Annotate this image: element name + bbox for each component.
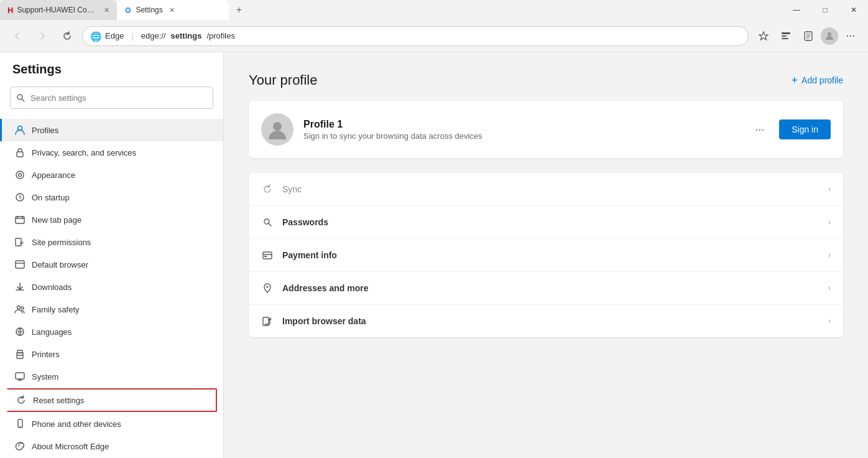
svg-rect-1 <box>782 35 787 37</box>
settings-row-import[interactable]: Import browser data › <box>249 305 843 337</box>
maximize-button[interactable]: □ <box>811 0 839 20</box>
svg-rect-2 <box>782 38 788 39</box>
sidebar-item-site-permissions[interactable]: Site permissions <box>0 231 223 253</box>
add-profile-label: Add profile <box>801 75 843 85</box>
printers-icon <box>14 348 25 360</box>
profile-info: Profile 1 Sign in to sync your browsing … <box>303 119 740 141</box>
settings-row-passwords[interactable]: Passwords › <box>249 206 843 239</box>
system-icon <box>14 371 25 382</box>
sidebar-label-system: System <box>32 372 58 381</box>
svg-rect-18 <box>17 355 23 358</box>
url-bar[interactable]: 🌐 Edge | edge://settings/profiles <box>82 26 749 46</box>
favorites-icon[interactable] <box>754 26 773 46</box>
passwords-label: Passwords <box>282 217 820 227</box>
search-settings-input[interactable] <box>10 86 213 109</box>
profile-more-button[interactable]: ··· <box>750 121 769 139</box>
url-path: settings <box>171 31 202 40</box>
sidebar-item-printers[interactable]: Printers <box>0 343 223 365</box>
payment-icon <box>261 249 274 261</box>
sidebar-label-startup: On startup <box>32 193 70 202</box>
sidebar-item-languages[interactable]: Languages <box>0 320 223 343</box>
svg-rect-26 <box>263 252 272 259</box>
url-suffix: /profiles <box>206 31 235 40</box>
close-tab-settings[interactable]: ✕ <box>169 6 175 14</box>
addresses-label: Addresses and more <box>282 283 820 293</box>
sidebar-item-profiles[interactable]: Profiles <box>0 119 223 141</box>
passwords-chevron: › <box>828 218 831 227</box>
profile-name: Profile 1 <box>303 119 740 130</box>
add-profile-button[interactable]: + Add profile <box>792 74 843 87</box>
payment-chevron: › <box>828 251 831 259</box>
sidebar-item-reset-settings[interactable]: Reset settings <box>6 388 217 412</box>
tab-title-settings: Settings <box>136 6 162 14</box>
settings-more-icon[interactable]: ··· <box>841 26 861 46</box>
startup-icon <box>14 192 25 203</box>
svg-rect-8 <box>17 152 23 157</box>
settings-row-payment-info[interactable]: Payment info › <box>249 239 843 272</box>
page-title: Your profile <box>249 72 317 88</box>
settings-row-sync[interactable]: Sync › <box>249 173 843 206</box>
content-header: Your profile + Add profile <box>249 72 843 88</box>
addresses-icon <box>261 282 274 294</box>
sidebar-label-site-permissions: Site permissions <box>32 238 91 247</box>
addressbar: 🌐 Edge | edge://settings/profiles ··· <box>0 20 868 52</box>
import-icon <box>261 315 274 327</box>
addresses-chevron: › <box>828 284 831 292</box>
edge-logo-icon: 🌐 <box>90 31 100 41</box>
sidebar-item-family-safety[interactable]: Family safety <box>0 298 223 320</box>
settings-row-addresses[interactable]: Addresses and more › <box>249 272 843 305</box>
tab-settings[interactable]: ⚙ Settings ✕ <box>117 0 229 20</box>
close-tab-huawei[interactable]: ✕ <box>104 6 109 14</box>
sidebar-item-new-tab[interactable]: New tab page <box>0 208 223 231</box>
sidebar-title: Settings <box>0 62 223 86</box>
sidebar-label-family-safety: Family safety <box>32 305 80 314</box>
sidebar-item-about-edge[interactable]: About Microsoft Edge <box>0 435 223 457</box>
reload-button[interactable] <box>57 26 77 46</box>
sidebar-item-downloads[interactable]: Downloads <box>0 276 223 298</box>
sync-label: Sync <box>282 184 820 194</box>
passwords-icon <box>261 216 274 228</box>
sidebar-label-reset-settings: Reset settings <box>33 396 84 405</box>
import-label: Import browser data <box>282 316 820 326</box>
close-button[interactable]: ✕ <box>839 0 868 20</box>
sidebar-label-privacy: Privacy, search, and services <box>32 148 136 157</box>
svg-point-28 <box>267 286 269 288</box>
profiles-icon <box>14 124 25 136</box>
minimize-button[interactable]: — <box>782 0 811 20</box>
favorites-bar-icon[interactable] <box>776 26 796 46</box>
back-button[interactable] <box>7 26 27 46</box>
tab-title-huawei: Support-HUAWEI Consumer Off... <box>17 6 98 14</box>
svg-point-4 <box>828 32 831 36</box>
import-chevron: › <box>828 317 831 325</box>
sidebar-item-privacy[interactable]: Privacy, search, and services <box>0 141 223 164</box>
svg-point-9 <box>16 171 24 179</box>
sidebar-label-about-edge: About Microsoft Edge <box>32 442 109 451</box>
profile-icon[interactable] <box>821 27 838 45</box>
svg-rect-14 <box>16 261 24 268</box>
svg-rect-13 <box>16 238 21 246</box>
sidebar-label-downloads: Downloads <box>32 283 72 292</box>
forward-button[interactable] <box>32 26 52 46</box>
collections-icon[interactable] <box>798 26 818 46</box>
svg-point-20 <box>22 353 24 355</box>
add-icon: + <box>792 74 798 87</box>
svg-rect-12 <box>16 217 24 223</box>
sidebar-item-startup[interactable]: On startup <box>0 186 223 208</box>
svg-point-10 <box>19 174 22 177</box>
svg-rect-0 <box>782 32 790 34</box>
default-browser-icon <box>14 259 25 270</box>
browser-name: Edge <box>105 31 124 40</box>
addressbar-actions: ··· <box>754 26 861 46</box>
sidebar-item-phone-devices[interactable]: Phone and other devices <box>0 413 223 435</box>
sign-in-button[interactable]: Sign in <box>779 119 831 139</box>
tab-huawei[interactable]: H Support-HUAWEI Consumer Off... ✕ <box>0 0 117 20</box>
sidebar-label-profiles: Profiles <box>32 126 58 135</box>
sidebar-item-default-browser[interactable]: Default browser <box>0 253 223 276</box>
search-icon <box>16 93 25 102</box>
svg-line-6 <box>22 100 25 102</box>
svg-point-5 <box>17 95 22 100</box>
new-tab-button[interactable]: + <box>229 0 249 20</box>
sidebar-item-system[interactable]: System <box>0 365 223 388</box>
sidebar-item-appearance[interactable]: Appearance <box>0 164 223 186</box>
sidebar-label-printers: Printers <box>32 350 60 359</box>
